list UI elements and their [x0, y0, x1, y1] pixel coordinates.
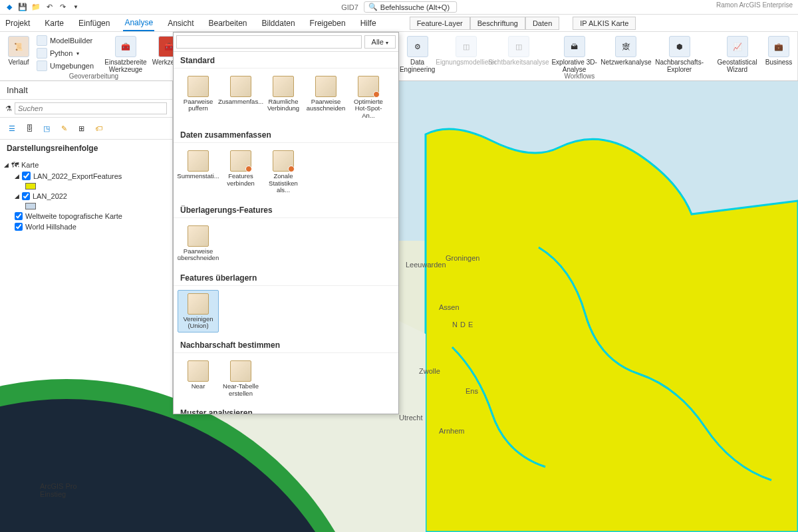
menu-karte[interactable]: Karte: [43, 16, 65, 31]
contents-search-row: ⚗: [0, 100, 172, 118]
gallery-section-header: Standard: [174, 52, 398, 68]
menu-freigeben[interactable]: Freigeben: [309, 16, 347, 31]
ribbon-group-workflows: 📊alyse ⚙Data Engineering ◫Eignungsmodell…: [362, 32, 798, 80]
visibility-icon: ◫: [508, 36, 529, 57]
ribbon-python-button[interactable]: Python▾: [35, 47, 96, 59]
ribbon-explorative-button[interactable]: 🏔Explorative 3D-Analyse: [546, 35, 602, 74]
gallery-tool[interactable]: Near-Tabelle erstellen: [220, 357, 261, 400]
menu-einfuegen[interactable]: Einfügen: [77, 16, 111, 31]
undo-icon[interactable]: ↶: [44, 2, 55, 13]
list-by-drawing-icon[interactable]: ☰: [5, 122, 19, 135]
gallery-tool[interactable]: Räumliche Verbindung: [263, 72, 304, 122]
quick-access-toolbar: ◆ 💾 📁 ↶ ↷ ▼ GID7 🔍 Befehlssuche (Alt+Q) …: [0, 0, 798, 15]
ribbon-nachbarschaft-button[interactable]: ⬢Nachbarschafts-Explorer: [650, 35, 709, 74]
lock-icon: [245, 166, 252, 172]
tree-layer-lan2022[interactable]: ◢ LAN_2022: [4, 191, 168, 201]
redo-icon[interactable]: ↷: [57, 2, 68, 13]
menu-ansicht[interactable]: Ansicht: [166, 16, 195, 31]
ribbon-geostat-button[interactable]: 📈Geostatistical Wizard: [712, 35, 763, 74]
tree-swatch-lan2022[interactable]: [4, 201, 168, 211]
tool-icon: [230, 76, 251, 97]
menu-bearbeiten[interactable]: Bearbeiten: [207, 16, 248, 31]
menu-bar: Projekt Karte Einfügen Analyse Ansicht B…: [0, 15, 798, 32]
gallery-tool[interactable]: Vereinigen (Union): [178, 290, 219, 333]
layer-visibility-checkbox[interactable]: [15, 223, 23, 231]
ribbon-modelbuilder-button[interactable]: ModelBuilder: [35, 35, 96, 47]
gallery-tool[interactable]: Optimierte Hot-Spot-An...: [348, 72, 389, 122]
contents-pane: Inhalt ⚗ ☰ 🗄 ◳ ✎ ⊞ 🏷 Darstellungsreihenf…: [0, 81, 173, 532]
tool-label: Zonale Statistiken als...: [265, 173, 302, 194]
tool-icon: [188, 76, 209, 97]
list-by-selection-icon[interactable]: ◳: [40, 122, 53, 135]
document-title: GID7: [341, 3, 358, 11]
tool-label: Near-Tabelle erstellen: [222, 383, 259, 397]
list-by-source-icon[interactable]: 🗄: [23, 122, 36, 135]
ribbon-einsatzbereite-button[interactable]: 🧰 Einsatzbereite Werkzeuge: [98, 35, 153, 74]
modelbuilder-icon: [37, 35, 47, 46]
gallery-tool[interactable]: Zonale Statistiken als...: [263, 147, 304, 197]
menu-hilfe[interactable]: Hilfe: [359, 16, 378, 31]
gallery-tool[interactable]: Zusammenfas...: [220, 72, 261, 122]
open-icon[interactable]: 📁: [31, 2, 41, 13]
tool-icon: [188, 150, 209, 172]
gallery-tool[interactable]: Summenstati...: [178, 147, 219, 197]
tool-gallery-dropdown: Alle ▾ StandardPaarweise puffernZusammen…: [173, 32, 399, 414]
gallery-search-input[interactable]: [176, 35, 362, 49]
gallery-filter-dropdown[interactable]: Alle ▾: [364, 35, 396, 49]
contents-search-input[interactable]: [15, 102, 167, 114]
layer-visibility-checkbox[interactable]: [22, 192, 30, 200]
list-by-editing-icon[interactable]: ✎: [57, 122, 70, 135]
gallery-tool-row: Paarweise überschneiden: [174, 218, 398, 269]
ribbon-sichtbarkeit-button[interactable]: ◫Sichtbarkeitsanalyse: [493, 35, 543, 67]
tree-swatch-export[interactable]: [4, 182, 168, 191]
command-search[interactable]: 🔍 Befehlssuche (Alt+Q): [364, 1, 457, 13]
list-by-snapping-icon[interactable]: ⊞: [74, 122, 88, 135]
tool-label: Paarweise überschneiden: [178, 248, 219, 262]
gallery-section-header: Nachbarschaft bestimmen: [174, 336, 398, 353]
tool-label: Paarweise ausschneiden: [307, 98, 346, 112]
data-engineering-icon: ⚙: [407, 36, 428, 57]
tool-icon: [188, 293, 209, 315]
tree-layer-basemap-topo[interactable]: Weltweite topografische Karte: [4, 211, 168, 221]
gallery-tool-row: NearNear-Tabelle erstellen: [174, 353, 398, 404]
gallery-tool[interactable]: Near: [178, 357, 219, 400]
list-by-labeling-icon[interactable]: 🏷: [92, 122, 105, 135]
app-icon: ◆: [4, 2, 15, 13]
ribbon-business-button[interactable]: 💼Business: [765, 35, 792, 67]
gallery-tool[interactable]: Paarweise ausschneiden: [305, 72, 346, 122]
filter-icon[interactable]: ⚗: [5, 104, 12, 113]
map-icon: 🗺: [11, 161, 19, 169]
ctx-feature-layer[interactable]: Feature-Layer: [410, 17, 470, 30]
gallery-tool-row: Paarweise puffernZusammenfas...Räumliche…: [174, 68, 398, 126]
menu-bilddaten[interactable]: Bilddaten: [261, 16, 297, 31]
save-icon[interactable]: 💾: [17, 2, 28, 13]
tree-layer-hillshade[interactable]: World Hillshade: [4, 221, 168, 232]
gallery-tool[interactable]: Features verbinden: [220, 147, 261, 197]
ribbon-data-engineering-button[interactable]: ⚙Data Engineering: [396, 35, 439, 74]
ribbon-group-geoverarbeitung: 📜 Verlauf ModelBuilder Python▾ Umgebunge…: [0, 32, 188, 80]
ctx-beschriftung[interactable]: Beschriftung: [470, 17, 525, 30]
main-area: Inhalt ⚗ ☰ 🗄 ◳ ✎ ⊞ 🏷 Darstellungsreihenf…: [0, 81, 798, 532]
menu-analyse[interactable]: Analyse: [123, 15, 154, 31]
ribbon-netzwerk-button[interactable]: 🕸Netzwerkanalyse: [605, 35, 647, 67]
qat-dropdown-icon[interactable]: ▼: [70, 2, 81, 13]
ribbon-verlauf-button[interactable]: 📜 Verlauf: [5, 35, 32, 67]
contents-section-header: Darstellungsreihenfolge: [0, 140, 172, 157]
ctx-ip-alkis[interactable]: IP ALKIS Karte: [573, 17, 636, 30]
ctx-daten[interactable]: Daten: [525, 17, 559, 30]
user-info[interactable]: Ramon ArcGIS Enterprise: [716, 1, 793, 9]
layer-visibility-checkbox[interactable]: [15, 212, 23, 220]
collapse-icon: ◢: [4, 162, 9, 168]
ribbon-eignung-button[interactable]: ◫Eignungsmodellierer: [442, 35, 491, 67]
tree-map-root[interactable]: ◢ 🗺 Karte: [4, 160, 168, 170]
tool-label: Features verbinden: [222, 173, 259, 187]
ribbon-umgebungen-button[interactable]: Umgebungen: [35, 60, 96, 72]
layer-visibility-checkbox[interactable]: [22, 172, 31, 180]
tree-layer-export[interactable]: ◢ LAN_2022_ExportFeatures: [4, 170, 168, 182]
gallery-tool[interactable]: Paarweise puffern: [178, 72, 219, 122]
gallery-tool[interactable]: Paarweise überschneiden: [178, 222, 219, 265]
tool-label: Vereinigen (Union): [180, 316, 217, 330]
menu-projekt[interactable]: Projekt: [4, 16, 31, 31]
collapse-icon: ◢: [15, 173, 19, 180]
tool-label: Summenstati...: [177, 173, 219, 180]
